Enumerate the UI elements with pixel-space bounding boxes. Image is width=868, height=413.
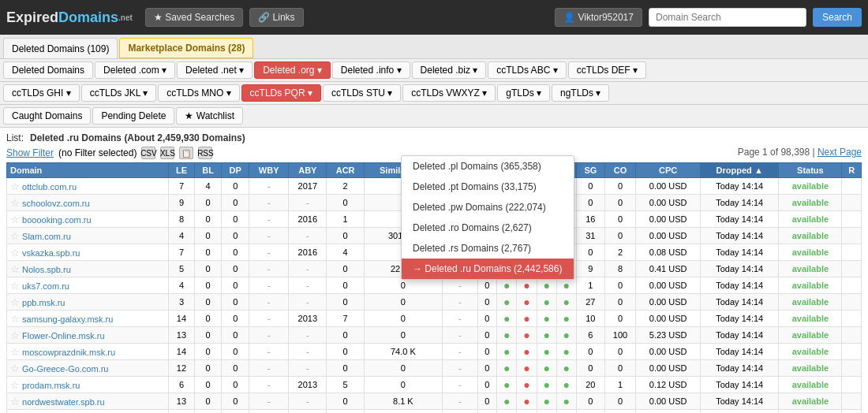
tab-marketplace-domains[interactable]: Marketplace Domains (28) (119, 38, 253, 58)
cell-b: ● (517, 344, 537, 360)
col-cpc[interactable]: CPC (636, 163, 701, 178)
next-page-link[interactable]: Next Page (817, 147, 862, 158)
cell-wby: - (249, 178, 289, 195)
cell-cpc: 5.23 USD (636, 327, 701, 344)
btn-deleted-domains[interactable]: Deleted Domains (3, 61, 93, 79)
col-bl[interactable]: BL (195, 163, 222, 178)
show-filter-link[interactable]: Show Filter (6, 147, 54, 158)
btn-deleted-info[interactable]: Deleted .info ▾ (332, 61, 410, 79)
btn-caught-domains[interactable]: Caught Domains (3, 107, 91, 125)
col-status[interactable]: Status (779, 163, 842, 178)
dropdown-item-pw[interactable]: Deleted .pw Domains (222,074) (402, 197, 574, 218)
cell-bl: 0 (195, 344, 222, 360)
cell-le: 8 (168, 211, 194, 228)
star-icon[interactable]: ☆ (10, 346, 20, 358)
btn-pending-delete[interactable]: Pending Delete (92, 107, 174, 125)
btn-cctlds-def[interactable]: ccTLDs DEF ▾ (568, 61, 646, 79)
domain-link[interactable]: nordwestwater.spb.ru (22, 397, 105, 407)
search-button[interactable]: Search (813, 8, 862, 27)
btn-cctlds-mno[interactable]: ccTLDs MNO ▾ (158, 84, 239, 102)
saved-searches-button[interactable]: ★ Saved Searches (145, 8, 243, 27)
col-dropped[interactable]: Dropped ▲ (701, 163, 779, 178)
cell-stc: - (442, 327, 477, 344)
btn-deleted-org[interactable]: Deleted .org ▾ (254, 61, 331, 79)
star-icon[interactable]: ☆ (10, 247, 20, 259)
export-xls-icon[interactable]: XLS (160, 147, 174, 159)
domain-link[interactable]: vskazka.spb.ru (22, 248, 80, 258)
col-r[interactable]: R (842, 163, 862, 178)
pagination-text: Page 1 of 98,398 | (738, 147, 815, 158)
rss-icon[interactable]: RSS (198, 147, 212, 159)
col-dp[interactable]: DP (222, 163, 249, 178)
col-sg[interactable]: SG (576, 163, 604, 178)
star-icon[interactable]: ☆ (10, 197, 20, 209)
star-icon[interactable]: ☆ (10, 363, 20, 374)
cell-le: 12 (168, 360, 194, 377)
star-icon[interactable]: ☆ (10, 296, 20, 308)
btn-deleted-biz[interactable]: Deleted .biz ▾ (412, 61, 487, 79)
dropdown-item-rs[interactable]: Deleted .rs Domains (2,767) (402, 238, 574, 259)
cell-bl: 0 (195, 327, 222, 344)
col-aby[interactable]: ABY (289, 163, 327, 178)
btn-cctlds-pqr[interactable]: ccTLDs PQR ▾ (241, 84, 321, 102)
btn-ngtlds[interactable]: ngTLDs ▾ (552, 84, 609, 102)
star-icon[interactable]: ☆ (10, 180, 20, 192)
col-domain[interactable]: Domain (7, 163, 169, 178)
cell-dropped: Today 14:14 (701, 211, 779, 228)
domain-link[interactable]: ottclub.com.ru (22, 182, 77, 192)
dropdown-item-pt[interactable]: Deleted .pt Domains (33,175) (402, 177, 574, 197)
cell-stc: - (442, 344, 477, 360)
dropdown-item-ro[interactable]: Deleted .ro Domains (2,627) (402, 218, 574, 238)
star-icon[interactable]: ☆ (10, 280, 20, 292)
btn-watchlist[interactable]: ★ Watchlist (176, 107, 243, 125)
btn-cctlds-ghi[interactable]: ccTLDs GHI ▾ (3, 84, 80, 102)
cell-wby: - (249, 311, 289, 327)
col-wby[interactable]: WBY (249, 163, 289, 178)
domain-link[interactable]: moscowprazdnik.msk.ru (22, 348, 115, 357)
cell-dp: 0 (222, 311, 249, 327)
cell-dropped: Today 14:14 (701, 261, 779, 277)
domain-link[interactable]: prodam.msk.ru (22, 381, 80, 390)
domain-link[interactable]: booooking.com.ru (22, 215, 91, 225)
domain-link[interactable]: Nolos.spb.ru (22, 265, 71, 274)
btn-deleted-net[interactable]: Deleted .net ▾ (177, 61, 253, 79)
btn-cctlds-stu[interactable]: ccTLDs STU ▾ (323, 84, 401, 102)
cell-wby: - (249, 393, 289, 410)
domain-link[interactable]: Go-Greece-Go.com.ru (22, 364, 108, 374)
col-acr[interactable]: ACR (327, 163, 364, 178)
export-csv-icon[interactable]: CSV (141, 147, 155, 159)
btn-cctlds-vwxyz[interactable]: ccTLDs VWXYZ ▾ (402, 84, 496, 102)
dropdown-item-pl[interactable]: Deleted .pl Domains (365,358) (402, 156, 574, 177)
star-icon[interactable]: ☆ (10, 313, 20, 325)
cell-r (842, 393, 862, 410)
dropdown-item-ru[interactable]: → Deleted .ru Domains (2,442,586) (402, 259, 574, 279)
domain-link[interactable]: samsung-galaxy.msk.ru (22, 314, 113, 324)
star-icon[interactable]: ☆ (10, 379, 20, 391)
star-icon[interactable]: ☆ (10, 263, 20, 275)
col-co[interactable]: CO (604, 163, 635, 178)
user-menu-button[interactable]: 👤 Viktor952017 (555, 8, 642, 27)
tab-deleted-domains[interactable]: Deleted Domains (109) (3, 38, 118, 58)
cell-stc: - (442, 311, 477, 327)
btn-deleted-com[interactable]: Deleted .com ▾ (95, 61, 175, 79)
btn-cctlds-abc[interactable]: ccTLDs ABC ▾ (488, 61, 566, 79)
btn-cctlds-jkl[interactable]: ccTLDs JKL ▾ (81, 84, 157, 102)
cell-r (842, 360, 862, 377)
domain-link[interactable]: Slam.com.ru (22, 232, 71, 241)
col-le[interactable]: LE (168, 163, 194, 178)
domain-link[interactable]: Flower-Online.msk.ru (22, 331, 105, 340)
cell-co: 1 (604, 377, 635, 393)
domain-search-input[interactable] (649, 8, 806, 27)
cell-aby: - (289, 393, 327, 410)
star-icon[interactable]: ☆ (10, 396, 20, 407)
domain-link[interactable]: ppb.msk.ru (22, 298, 65, 307)
star-icon[interactable]: ☆ (10, 329, 20, 341)
btn-gtlds[interactable]: gTLDs ▾ (497, 84, 550, 102)
star-icon[interactable]: ☆ (10, 230, 20, 242)
links-button[interactable]: 🔗 Links (249, 8, 303, 27)
domain-link[interactable]: schoolovz.com.ru (22, 199, 90, 208)
copy-icon[interactable]: 📋 (179, 147, 193, 159)
cell-b: ● (517, 294, 537, 311)
star-icon[interactable]: ☆ (10, 214, 20, 225)
domain-link[interactable]: uks7.com.ru (22, 281, 69, 291)
